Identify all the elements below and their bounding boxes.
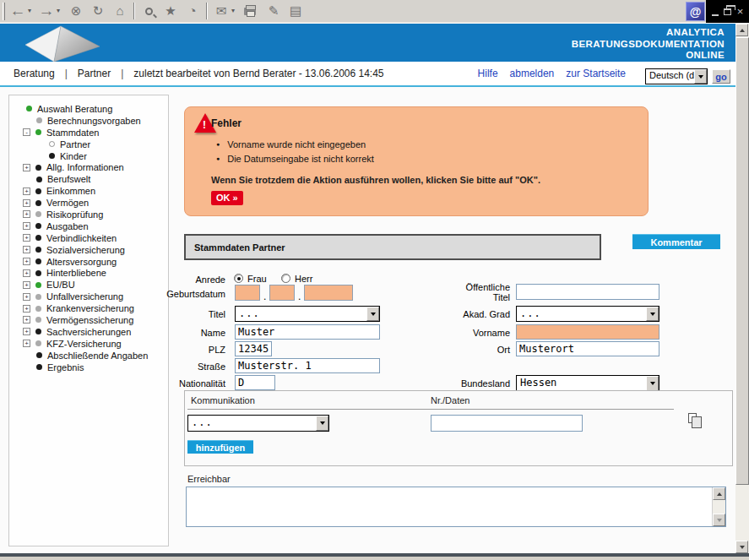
tree-item-stammdaten[interactable]: -Stammdaten <box>9 127 168 139</box>
tree-item-sozialversicherung[interactable]: +Sozialversicherung <box>9 244 168 256</box>
expand-icon[interactable]: + <box>23 258 30 265</box>
help-link[interactable]: Hilfe <box>478 68 498 79</box>
home-button[interactable]: ⌂ <box>110 1 130 21</box>
expand-icon[interactable]: + <box>23 340 30 347</box>
name-input[interactable] <box>235 324 380 340</box>
nav-item-partner[interactable]: Partner <box>78 68 111 79</box>
browser-toolbar: ← ▾ → ▾ ⊗ ↻ ⌂ ★ ◔ ✉ ▾ ✎ ▤ @ × <box>0 0 749 23</box>
scroll-down-icon[interactable] <box>713 514 725 526</box>
restore-button[interactable] <box>724 8 731 15</box>
copy-icon[interactable] <box>688 413 697 423</box>
history-button[interactable]: ◔ <box>182 1 203 21</box>
ort-input[interactable] <box>516 341 659 356</box>
language-select[interactable]: Deutsch (de) <box>645 68 708 84</box>
hinzufuegen-button[interactable]: hinzufügen <box>187 440 253 454</box>
tree-item-vermoegen[interactable]: +Vermögen <box>9 197 168 209</box>
expand-icon[interactable]: + <box>23 281 30 289</box>
bullet-icon <box>35 306 41 312</box>
brand-line: ANALYTICA <box>572 27 725 39</box>
kommentar-button[interactable]: Kommentar <box>632 234 720 249</box>
titel-select[interactable]: ... <box>235 306 380 322</box>
refresh-button[interactable]: ↻ <box>88 1 108 21</box>
expand-icon[interactable]: + <box>23 164 30 171</box>
anrede-frau-radio[interactable] <box>234 274 243 283</box>
expand-icon[interactable]: + <box>23 293 30 301</box>
chevron-down-icon[interactable] <box>646 307 659 321</box>
plz-input[interactable] <box>235 341 272 356</box>
nr-daten-input[interactable] <box>431 415 583 432</box>
expand-icon[interactable]: + <box>23 210 30 218</box>
browser-window: ← ▾ → ▾ ⊗ ↻ ⌂ ★ ◔ ✉ ▾ ✎ ▤ @ × <box>0 0 749 560</box>
tree-item-ausgaben[interactable]: +Ausgaben <box>9 220 168 232</box>
chevron-down-icon[interactable] <box>694 69 707 84</box>
section-title: Stammdaten Partner <box>186 242 285 253</box>
minimize-button[interactable] <box>712 14 719 16</box>
scroll-up-icon[interactable] <box>735 24 748 36</box>
go-button[interactable]: go <box>712 69 730 84</box>
search-button[interactable] <box>138 1 159 21</box>
scroll-down-icon[interactable] <box>735 541 748 553</box>
expand-icon[interactable]: + <box>23 269 30 277</box>
tree-item-altersversorgung[interactable]: +Altersversorgung <box>9 256 168 268</box>
geburtsdatum-label: Geburtsdatum <box>82 289 225 299</box>
toolbar-grip[interactable] <box>3 3 5 20</box>
scrollbar-thumb[interactable] <box>735 37 749 485</box>
tree-item-berechnungsvorgaben[interactable]: Berechnungsvorgaben <box>9 115 168 127</box>
expand-icon[interactable]: + <box>23 246 30 253</box>
oeffentliche-titel-input[interactable] <box>516 284 659 300</box>
textarea-scrollbar[interactable] <box>712 487 725 526</box>
geburtsdatum-month-input[interactable] <box>269 285 295 301</box>
tree-item-auswahl-beratung[interactable]: Auswahl Beratung <box>9 103 168 115</box>
startpage-link[interactable]: zur Startseite <box>566 68 626 79</box>
expand-icon[interactable]: + <box>23 328 30 335</box>
close-button[interactable]: × <box>737 6 744 17</box>
tree-item-kinder[interactable]: Kinder <box>9 150 168 162</box>
geburtsdatum-year-input[interactable] <box>304 285 353 301</box>
bundesland-select[interactable]: Hessen <box>516 375 659 392</box>
bullet-icon <box>35 258 41 264</box>
anrede-herr-radio[interactable] <box>281 274 290 283</box>
strasse-input[interactable] <box>235 358 380 373</box>
tree-item-risikopruefung[interactable]: +Risikoprüfung <box>9 209 168 220</box>
back-button[interactable]: ← <box>7 1 29 21</box>
expand-icon[interactable]: + <box>23 188 30 195</box>
mail-dropdown-icon[interactable]: ▾ <box>231 7 235 14</box>
bullet-icon <box>35 270 41 276</box>
erreichbar-textarea[interactable] <box>186 487 726 527</box>
nationalitaet-input[interactable] <box>235 375 275 390</box>
page-scrollbar[interactable] <box>735 24 749 553</box>
expand-icon[interactable]: + <box>23 305 30 313</box>
edit-button[interactable]: ✎ <box>263 1 284 21</box>
discuss-button[interactable]: ▤ <box>285 1 306 21</box>
forward-button[interactable]: → <box>35 1 57 21</box>
back-dropdown-icon[interactable]: ▾ <box>28 7 31 14</box>
tree-item-berufswelt[interactable]: Berufswelt <box>9 173 168 185</box>
akad-grad-select[interactable]: ... <box>516 306 659 322</box>
favorites-button[interactable]: ★ <box>160 1 181 21</box>
forward-dropdown-icon[interactable]: ▾ <box>57 7 60 14</box>
print-button[interactable] <box>240 1 260 21</box>
expand-icon[interactable]: + <box>23 234 30 242</box>
tree-item-verbindlichkeiten[interactable]: +Verbindlichkeiten <box>9 232 168 244</box>
nationalitaet-label: Nationalität <box>82 378 225 389</box>
tree-item-partner[interactable]: Partner <box>9 139 168 150</box>
ok-button[interactable]: OK » <box>211 191 243 205</box>
bullet-icon <box>49 153 55 159</box>
geburtsdatum-day-input[interactable] <box>235 285 260 301</box>
kommunikation-type-select[interactable]: ... <box>187 415 329 432</box>
scroll-up-icon[interactable] <box>713 487 725 500</box>
vorname-label: Vorname <box>366 328 510 338</box>
tree-item-einkommen[interactable]: +Einkommen <box>9 185 168 197</box>
stop-button[interactable]: ⊗ <box>66 1 86 21</box>
chevron-down-icon[interactable] <box>316 416 328 431</box>
expand-icon[interactable]: + <box>23 222 30 230</box>
logout-link[interactable]: abmelden <box>510 68 555 79</box>
collapse-icon[interactable]: - <box>23 128 30 136</box>
expand-icon[interactable]: + <box>23 316 30 323</box>
nav-item-beratung[interactable]: Beratung <box>14 68 55 79</box>
vorname-input[interactable] <box>516 324 659 340</box>
mail-button[interactable]: ✉ <box>211 1 231 21</box>
tree-item-allg-informationen[interactable]: +Allg. Informationen <box>9 161 168 173</box>
chevron-down-icon[interactable] <box>646 376 659 391</box>
expand-icon[interactable]: + <box>23 199 30 207</box>
